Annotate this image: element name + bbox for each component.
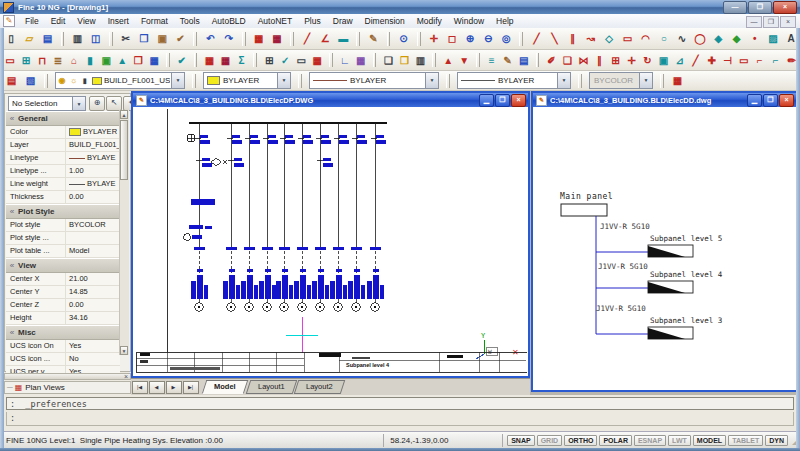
- toggle-esnap[interactable]: ESNAP: [634, 435, 666, 446]
- stair-icon[interactable]: ≣: [51, 52, 66, 69]
- offset-icon[interactable]: ∥: [592, 52, 607, 69]
- window2-restore-button[interactable]: ❐: [763, 94, 778, 107]
- lineweight-control[interactable]: BYLAYER ▼: [457, 72, 571, 89]
- close-button[interactable]: ×: [773, 1, 797, 14]
- toggle-ortho[interactable]: ORTHO: [564, 435, 597, 446]
- window2-canvas[interactable]: Main panel J1VV-R 5G10 Subpanel level 5 …: [534, 107, 795, 389]
- save-icon[interactable]: ▤: [39, 30, 56, 47]
- new-icon[interactable]: ▯: [3, 30, 20, 47]
- plan-views-pane[interactable]: ─ ▦ Plan Views: [4, 381, 131, 394]
- lineweight-dropdown-arrow[interactable]: ▼: [557, 73, 570, 88]
- level-down-icon[interactable]: ▼: [457, 52, 472, 69]
- rotate-icon[interactable]: ↻: [640, 52, 655, 69]
- markup-icon[interactable]: ▦: [268, 30, 285, 47]
- insert-block-icon[interactable]: ◈: [710, 30, 727, 47]
- command-input[interactable]: :: [6, 412, 794, 426]
- layer-on-bulb-icon[interactable]: ◉: [56, 72, 68, 89]
- zoom-extents-icon[interactable]: ◎: [498, 30, 515, 47]
- layer-manager-icon[interactable]: ▤: [3, 72, 21, 89]
- zoom-out-icon[interactable]: ⊖: [480, 30, 497, 47]
- table-icon[interactable]: ▦: [310, 52, 325, 69]
- scroll-down-arrow[interactable]: ▼: [120, 346, 128, 355]
- sketch-icon[interactable]: ✎: [365, 30, 382, 47]
- scroll-up-arrow[interactable]: ▲: [120, 110, 128, 119]
- menu-format[interactable]: Format: [135, 15, 174, 28]
- toggle-model[interactable]: MODEL: [693, 435, 726, 446]
- grid-icon[interactable]: ⊞: [262, 52, 277, 69]
- menu-dimension[interactable]: Dimension: [359, 15, 411, 28]
- door-icon[interactable]: ⊓: [35, 52, 50, 69]
- tab-first-button[interactable]: |◀: [132, 381, 148, 394]
- network-icon[interactable]: ▦: [218, 52, 233, 69]
- menu-tools[interactable]: Tools: [174, 15, 206, 28]
- property-value[interactable]: 0.00: [66, 299, 120, 311]
- hatch-icon[interactable]: ▨: [764, 30, 781, 47]
- chamfer-icon[interactable]: ⌐: [752, 52, 767, 69]
- menu-plus[interactable]: Plus: [298, 15, 327, 28]
- selection-dropdown-arrow[interactable]: ▼: [72, 97, 85, 110]
- break-icon[interactable]: ▭: [736, 52, 751, 69]
- multiline-icon[interactable]: ∥: [564, 30, 581, 47]
- circle-icon[interactable]: ○: [655, 30, 672, 47]
- menu-help[interactable]: Help: [490, 15, 519, 28]
- tab-next-button[interactable]: ▶: [166, 381, 182, 394]
- array-icon[interactable]: ⊞: [608, 52, 623, 69]
- drawing-doc-icon[interactable]: ✎: [3, 15, 15, 27]
- menu-edit[interactable]: Edit: [45, 15, 72, 28]
- erase-icon[interactable]: ✐: [544, 52, 559, 69]
- coordinates-readout[interactable]: 58.24,-1.39,0.00: [383, 434, 503, 447]
- toggle-pickadd-button[interactable]: ⊕: [89, 96, 105, 111]
- property-value[interactable]: 14.85: [66, 286, 120, 298]
- print-icon[interactable]: ▥: [69, 30, 86, 47]
- zoom-in-icon[interactable]: ⊕: [461, 30, 478, 47]
- tab-model[interactable]: Model: [202, 380, 248, 394]
- property-value[interactable]: BYLAYE: [66, 152, 120, 164]
- property-value[interactable]: 1.00: [66, 165, 120, 177]
- palette-splitter[interactable]: ×: [4, 373, 131, 380]
- property-value[interactable]: Model: [66, 245, 120, 257]
- copy-icon[interactable]: ❐: [135, 30, 152, 47]
- layer-thaw-sun-icon[interactable]: ☼: [68, 72, 80, 89]
- collapse-icon[interactable]: «: [6, 328, 18, 337]
- menu-insert[interactable]: Insert: [102, 15, 135, 28]
- stretch-icon[interactable]: ⊿: [672, 52, 687, 69]
- select-objects-button[interactable]: ↖: [106, 96, 122, 111]
- layer-control[interactable]: ◉ ☼ ▮ BUILD_FL001_US ▼: [55, 72, 185, 89]
- polygon-icon[interactable]: ◇: [601, 30, 618, 47]
- maximize-button[interactable]: ❐: [748, 1, 772, 14]
- polyline-icon[interactable]: ↝: [582, 30, 599, 47]
- splitter-close-icon[interactable]: ×: [124, 373, 128, 380]
- section-misc[interactable]: «Misc: [6, 325, 120, 340]
- mdi-close-button[interactable]: ×: [780, 16, 796, 28]
- wall-icon[interactable]: ▭: [3, 52, 18, 69]
- level-up-icon[interactable]: ▲: [441, 52, 456, 69]
- tab-layout2[interactable]: Layout2: [294, 380, 345, 394]
- property-value[interactable]: BUILD_FL001_: [66, 139, 120, 151]
- spline-icon[interactable]: ∿: [673, 30, 690, 47]
- layers-flat-icon[interactable]: ≡: [484, 52, 499, 69]
- command-history[interactable]: : _preferences: [6, 397, 794, 410]
- selection-combo[interactable]: No Selection ▼: [8, 96, 86, 111]
- scroll-thumb[interactable]: [120, 120, 128, 180]
- tab-last-button[interactable]: ▶|: [183, 381, 199, 394]
- property-value[interactable]: BYLAYE: [66, 178, 120, 190]
- window1-restore-button[interactable]: ❐: [495, 94, 510, 107]
- sheets-icon[interactable]: ❐: [397, 52, 412, 69]
- construction-line-icon[interactable]: ╲: [546, 30, 563, 47]
- menu-modify[interactable]: Modify: [411, 15, 448, 28]
- property-value[interactable]: BYLAYER: [66, 126, 120, 138]
- mdi-minimize-button[interactable]: —: [746, 16, 762, 28]
- distance-icon[interactable]: ╱: [298, 30, 315, 47]
- zoom-realtime-icon[interactable]: ⊙: [395, 30, 412, 47]
- tab-layout1[interactable]: Layout1: [245, 380, 296, 394]
- extend-icon[interactable]: ⊣: [720, 52, 735, 69]
- floors-icon[interactable]: ▦: [147, 52, 162, 69]
- menu-draw[interactable]: Draw: [327, 15, 359, 28]
- fillet-icon[interactable]: ⌐: [768, 52, 783, 69]
- pan-icon[interactable]: ✛: [425, 30, 442, 47]
- zoom-window-icon[interactable]: ◻: [443, 30, 460, 47]
- window1-canvas[interactable]: Y W ✕ Subpanel level: [134, 107, 527, 375]
- window2-minimize-button[interactable]: ▁: [747, 94, 762, 107]
- title-bar[interactable]: Fine 10 NG - [Drawing1] — ❐ ×: [0, 0, 800, 14]
- line-icon[interactable]: ╱: [528, 30, 545, 47]
